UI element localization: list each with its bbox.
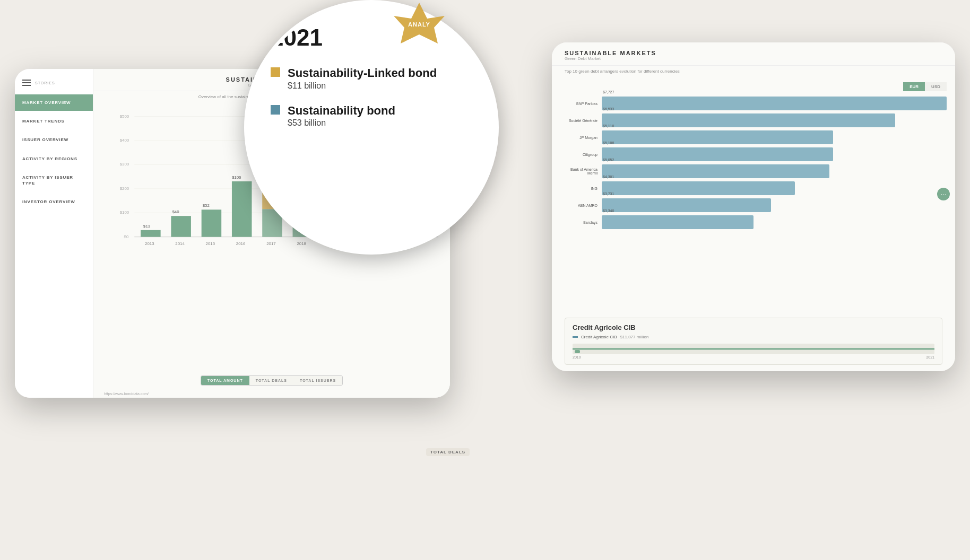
range-handle[interactable] xyxy=(575,350,580,353)
bar-value: $6,533 xyxy=(603,107,614,111)
bar-label: ING xyxy=(560,187,597,190)
legend-color xyxy=(573,336,578,338)
bar-value: $5,110 xyxy=(603,124,614,128)
svg-text:2017: 2017 xyxy=(266,241,276,246)
bar-row-bofa: Bank of America Merrill $5,052 xyxy=(560,164,947,178)
chart-tabs-row: TOTAL AMOUNT TOTAL DEALS TOTAL ISSUERS xyxy=(93,372,450,390)
bar-label: Société Générale xyxy=(560,119,597,122)
bar-row-citi: Citigroup $5,108 xyxy=(560,147,947,161)
chart-tabs: TOTAL AMOUNT TOTAL DEALS TOTAL ISSUERS xyxy=(201,375,343,386)
bar-row-sg: Société Générale $6,533 xyxy=(560,113,947,127)
svg-text:$0: $0 xyxy=(124,234,129,239)
right-tablet: SUSTAINABLE MARKETS Green Debt Market To… xyxy=(552,42,955,371)
svg-text:2013: 2013 xyxy=(145,241,154,246)
right-footer: Credit Agricole CIB Credit Agricole CIB … xyxy=(552,311,955,371)
svg-text:$100: $100 xyxy=(120,210,129,215)
hamburger-menu[interactable]: STORIES xyxy=(15,75,93,94)
range-end: 2021 xyxy=(926,355,934,359)
sidebar-item-issuer-overview[interactable]: ISSUER OVERVIEW xyxy=(15,132,93,148)
bar-value: $7,727 xyxy=(603,90,614,94)
bar-label: Citigroup xyxy=(560,153,597,156)
svg-text:$400: $400 xyxy=(120,138,129,143)
tab-usd[interactable]: USD xyxy=(925,82,947,91)
bar-label: JP Morgan xyxy=(560,136,597,139)
range-slider[interactable] xyxy=(573,344,934,354)
svg-text:$52: $52 xyxy=(203,203,210,208)
tab-total-amount[interactable]: TOTAL AMOUNT xyxy=(201,376,249,385)
bar-label: ABN AMRO xyxy=(560,204,597,207)
currency-tabs: EUR USD xyxy=(560,82,947,91)
sidebar-item-market-overview[interactable]: MARKET OVERVIEW xyxy=(15,94,93,111)
right-description: Top 10 green debt arrangers evolution fo… xyxy=(552,66,955,77)
svg-text:$200: $200 xyxy=(120,186,129,191)
svg-text:$40: $40 xyxy=(172,209,179,214)
right-title: SUSTAINABLE MARKETS xyxy=(565,50,942,56)
svg-text:2018: 2018 xyxy=(297,241,306,246)
bar-fill xyxy=(602,97,947,110)
range-fill xyxy=(573,348,934,350)
svg-text:2015: 2015 xyxy=(206,241,215,246)
bar-label: BNP Paribas xyxy=(560,102,597,106)
svg-text:$500: $500 xyxy=(120,114,129,119)
company-legend: Credit Agricole CIB $11,077 million xyxy=(573,335,934,339)
selected-company: Credit Agricole CIB xyxy=(573,323,934,331)
bar-row-ing: ING $4,301 xyxy=(560,181,947,195)
bar-value: $3,731 xyxy=(603,192,614,196)
sidebar-item-label: ACTIVITY BY REGIONS xyxy=(22,156,85,162)
bar-label: Barclays xyxy=(560,221,597,224)
svg-rect-18 xyxy=(202,209,222,237)
bar-value: $3,340 xyxy=(603,209,614,213)
tablet-url: https://www.bonddata.com/ xyxy=(93,390,450,398)
magnifier-amount-1: $11 billion xyxy=(288,81,437,91)
tab-total-issuers[interactable]: TOTAL ISSUERS xyxy=(293,376,342,385)
badge-text: ANALY xyxy=(408,21,430,28)
magnifier-color-1 xyxy=(271,67,280,77)
magnifier-label-2: Sustainability bond xyxy=(288,103,395,119)
svg-rect-21 xyxy=(232,181,252,237)
sidebar-item-label: ISSUER OVERVIEW xyxy=(22,137,85,143)
magnifier-color-2 xyxy=(271,105,280,115)
bar-row-bnp: BNP Paribas $7,727 xyxy=(560,97,947,110)
sidebar-item-label: INVESTOR OVERVIEW xyxy=(22,199,85,205)
magnifier-item-2: Sustainability bond $53 billion xyxy=(271,103,472,128)
magnifier-amount-2: $53 billion xyxy=(288,118,395,128)
sidebar-item-market-trends[interactable]: MARKET TRENDS xyxy=(15,113,93,129)
sidebar: STORIES MARKET OVERVIEW MARKET TRENDS IS… xyxy=(15,69,93,398)
svg-text:2014: 2014 xyxy=(175,241,185,246)
bar-label: Bank of America Merrill xyxy=(560,168,597,175)
bar-row-jpm: JP Morgan $5,110 xyxy=(560,130,947,144)
bar-value: $5,108 xyxy=(603,141,614,145)
stories-label: STORIES xyxy=(35,81,55,85)
bar-fill xyxy=(602,181,795,195)
right-header: SUSTAINABLE MARKETS Green Debt Market xyxy=(552,42,955,66)
sidebar-item-label: MARKET OVERVIEW xyxy=(22,100,85,106)
svg-rect-15 xyxy=(171,216,191,237)
bar-fill xyxy=(602,113,895,127)
legend-label: Credit Agricole CIB xyxy=(581,335,617,339)
bar-fill xyxy=(602,198,771,212)
sidebar-item-label: MARKET TRENDS xyxy=(22,118,85,124)
magnifier-label-1: Sustainability-Linked bond xyxy=(288,66,437,81)
horizontal-bar-chart: BNP Paribas $7,727 Société Générale $6,5… xyxy=(560,97,947,229)
total-deals-badge: TOTAL DEALS xyxy=(426,448,470,456)
svg-text:$300: $300 xyxy=(120,162,129,167)
hamburger-icon[interactable] xyxy=(22,80,31,86)
bar-fill xyxy=(602,164,829,178)
legend-value: $11,077 million xyxy=(620,335,649,339)
right-tooltip-button[interactable]: ⋯ xyxy=(937,188,950,200)
svg-text:$13: $13 xyxy=(143,224,151,229)
bar-value: $5,052 xyxy=(603,158,614,162)
bar-value: $4,301 xyxy=(603,175,614,179)
bar-row-abn: ABN AMRO $3,731 xyxy=(560,198,947,212)
magnifier-item-1: Sustainability-Linked bond $11 billion xyxy=(271,66,472,91)
sidebar-item-investor-overview[interactable]: INVESTOR OVERVIEW xyxy=(15,194,93,210)
range-start: 2010 xyxy=(573,355,581,359)
sidebar-item-activity-by-regions[interactable]: ACTIVITY BY REGIONS xyxy=(15,151,93,167)
sidebar-item-label: ACTIVITY BY ISSUER TYPE xyxy=(22,174,85,186)
svg-text:$106: $106 xyxy=(232,175,241,180)
sidebar-item-activity-by-issuer-type[interactable]: ACTIVITY BY ISSUER TYPE xyxy=(15,169,93,191)
tab-total-deals[interactable]: TOTAL DEALS xyxy=(249,376,293,385)
range-labels: 2010 2021 xyxy=(573,355,934,359)
tab-eur[interactable]: EUR xyxy=(903,82,925,91)
bar-fill xyxy=(602,215,754,229)
